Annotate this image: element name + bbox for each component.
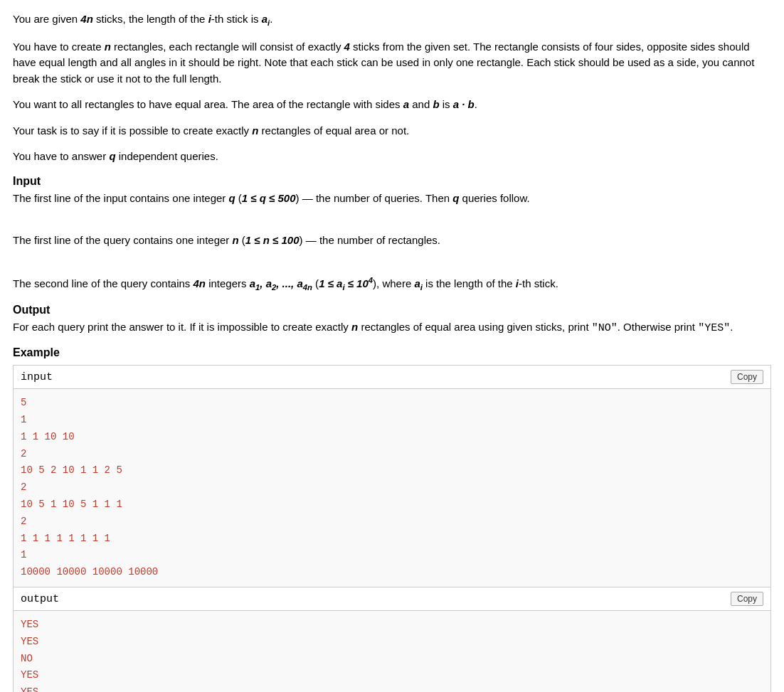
example-section: Example input Copy 5 1 1 1 10 10 2 10 5 … [13, 346, 771, 692]
copy-output-button[interactable]: Copy [731, 592, 763, 606]
intro-paragraph-5: You have to answer q independent queries… [13, 149, 771, 165]
output-content: For each query print the answer to it. I… [13, 319, 771, 337]
input-example-block: input Copy 5 1 1 1 10 10 2 10 5 2 10 1 1… [13, 365, 771, 587]
output-example-content: YES YES NO YES YES [14, 611, 770, 692]
example-title: Example [13, 346, 771, 359]
input-label: input [21, 371, 53, 383]
copy-input-button[interactable]: Copy [731, 370, 763, 384]
input-para-1: The first line of the input contains one… [13, 191, 771, 207]
input-section: Input The first line of the input contai… [13, 175, 771, 294]
output-label: output [21, 593, 59, 605]
intro-paragraph-1: You are given 4n sticks, the length of t… [13, 11, 771, 29]
output-title: Output [13, 304, 771, 316]
output-para: For each query print the answer to it. I… [13, 319, 771, 337]
input-content: The first line of the input contains one… [13, 191, 771, 294]
input-example-content: 5 1 1 1 10 10 2 10 5 2 10 1 1 2 5 2 10 5… [14, 389, 770, 587]
input-para-3: The second line of the query contains 4n… [13, 275, 771, 294]
input-title: Input [13, 175, 771, 188]
input-para-2: The first line of the query contains one… [13, 233, 771, 249]
input-example-header: input Copy [14, 366, 770, 389]
intro-paragraph-2: You have to create n rectangles, each re… [13, 39, 771, 87]
output-example-header: output Copy [14, 587, 770, 611]
intro-paragraph-4: Your task is to say if it is possible to… [13, 123, 771, 139]
problem-statement: You are given 4n sticks, the length of t… [13, 11, 771, 692]
output-section: Output For each query print the answer t… [13, 304, 771, 337]
intro-paragraph-3: You want to all rectangles to have equal… [13, 97, 771, 113]
output-example-block: output Copy YES YES NO YES YES [13, 587, 771, 692]
